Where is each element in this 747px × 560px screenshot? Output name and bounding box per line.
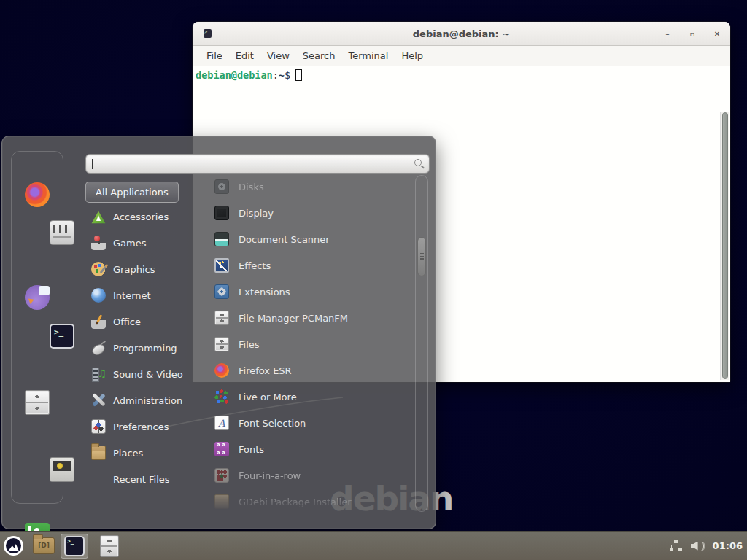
- prompt-symbol: $: [285, 69, 290, 81]
- menubar-item-search[interactable]: Search: [296, 50, 342, 61]
- control-center-icon[interactable]: [50, 220, 74, 245]
- terminal-window-icon: [204, 29, 212, 38]
- category-label: Preferences: [113, 421, 169, 432]
- all-applications-button[interactable]: All Applications: [85, 182, 179, 203]
- application-list: DisksDisplayDocument ScannerEffectsExten…: [204, 174, 412, 515]
- category-item-places[interactable]: Places: [85, 440, 204, 466]
- category-item-games[interactable]: Games: [85, 230, 204, 256]
- category-label: Accessories: [113, 211, 169, 222]
- menu-scrollbar-thumb[interactable]: [417, 237, 426, 276]
- app-item-document-scanner[interactable]: Document Scanner: [204, 226, 412, 252]
- category-item-accessories[interactable]: Accessories: [85, 203, 204, 230]
- prompt-colon: :: [273, 69, 279, 81]
- app-item-gdebi-package-installer[interactable]: GDebi Package Installer: [204, 489, 412, 515]
- category-label: Graphics: [113, 264, 155, 275]
- app-label: Firefox ESR: [239, 365, 292, 376]
- taskbar: 01:06: [0, 531, 747, 560]
- maximize-button[interactable]: ▫: [688, 31, 697, 38]
- menu-search-input[interactable]: [85, 154, 430, 174]
- volume-icon[interactable]: [691, 540, 704, 552]
- category-item-internet[interactable]: Internet: [85, 282, 204, 308]
- places-icon: [91, 446, 106, 460]
- office-icon: [91, 314, 106, 329]
- terminal-scrollbar-thumb[interactable]: [722, 112, 728, 379]
- category-item-programming[interactable]: Programming: [85, 335, 204, 361]
- file-manager-icon: [214, 311, 229, 325]
- font-selection-icon: [214, 416, 229, 430]
- terminal-scrollbar[interactable]: [720, 112, 729, 380]
- app-label: GDebi Package Installer: [239, 497, 352, 508]
- app-item-firefox-esr[interactable]: Firefox ESR: [204, 357, 412, 384]
- sound-video-icon: [91, 367, 106, 381]
- category-label: Programming: [113, 343, 177, 354]
- file-manager-icon[interactable]: [25, 390, 50, 415]
- menubar-item-terminal[interactable]: Terminal: [341, 50, 395, 61]
- menubar-item-view[interactable]: View: [260, 50, 296, 61]
- category-list: AccessoriesGamesGraphicsInternetOfficePr…: [85, 203, 204, 492]
- app-item-disks[interactable]: Disks: [204, 174, 412, 200]
- app-item-five-or-more[interactable]: Five or More: [204, 384, 412, 410]
- menubar-item-edit[interactable]: Edit: [229, 50, 260, 61]
- internet-icon: [91, 288, 106, 303]
- extensions-icon: [214, 284, 229, 299]
- gdebi-icon: [214, 494, 229, 509]
- five-or-more-icon: [214, 389, 229, 404]
- app-item-files[interactable]: Files: [204, 331, 412, 357]
- close-button[interactable]: ✕: [713, 31, 721, 38]
- app-label: Extensions: [239, 287, 290, 298]
- terminal-icon[interactable]: [50, 324, 74, 349]
- graphics-icon: [91, 262, 106, 276]
- category-label: Administration: [113, 395, 182, 406]
- category-item-preferences[interactable]: Preferences: [85, 413, 204, 440]
- app-item-effects[interactable]: Effects: [204, 252, 412, 279]
- app-label: Effects: [239, 260, 271, 271]
- menu-button-icon[interactable]: [4, 536, 23, 556]
- app-item-extensions[interactable]: Extensions: [204, 279, 412, 305]
- favorites-panel: [11, 151, 63, 504]
- category-label: Recent Files: [113, 474, 170, 485]
- disks-icon: [214, 179, 229, 194]
- effects-icon: [214, 258, 229, 273]
- display-icon: [214, 206, 229, 220]
- terminal-menubar: FileEditViewSearchTerminalHelp: [193, 46, 730, 66]
- administration-icon: [91, 393, 106, 408]
- firefox-icon: [214, 363, 229, 378]
- lock-screen-icon[interactable]: [50, 457, 74, 482]
- firefox-icon[interactable]: [25, 182, 50, 207]
- category-item-administration[interactable]: Administration: [85, 387, 204, 413]
- programming-icon: [91, 341, 106, 355]
- preferences-icon: [91, 419, 106, 434]
- category-item-sound-video[interactable]: Sound & Video: [85, 361, 204, 387]
- category-label: Internet: [113, 290, 151, 301]
- category-item-office[interactable]: Office: [85, 308, 204, 335]
- app-item-fonts[interactable]: Fonts: [204, 436, 412, 462]
- pidgin-icon[interactable]: [25, 285, 50, 310]
- search-caret: [92, 159, 93, 169]
- files-icon: [214, 337, 229, 351]
- app-label: File Manager PCManFM: [239, 313, 348, 324]
- menubar-item-help[interactable]: Help: [395, 50, 430, 61]
- category-item-graphics[interactable]: Graphics: [85, 256, 204, 282]
- category-icon-spacer: [91, 472, 106, 486]
- files-taskbar-item[interactable]: [100, 535, 119, 557]
- app-item-four-in-a-row[interactable]: Four-in-a-row: [204, 462, 412, 489]
- prompt-path: ~: [279, 69, 285, 81]
- app-item-font-selection[interactable]: Font Selection: [204, 410, 412, 436]
- app-item-display[interactable]: Display: [204, 200, 412, 226]
- desktop-folder-icon[interactable]: [33, 537, 55, 554]
- terminal-icon: [64, 536, 85, 556]
- terminal-titlebar[interactable]: debian@debian: ~ –▫✕: [193, 22, 730, 46]
- menubar-item-file[interactable]: File: [200, 50, 229, 61]
- category-item-recent-files[interactable]: Recent Files: [85, 466, 204, 492]
- minimize-button[interactable]: –: [663, 31, 672, 38]
- app-label: Document Scanner: [239, 234, 330, 245]
- terminal-taskbar-item[interactable]: [61, 534, 88, 559]
- menu-scrollbar-track[interactable]: [415, 175, 428, 512]
- terminal-window-title: debian@debian: ~: [193, 28, 730, 39]
- system-tray: 01:06: [670, 532, 743, 560]
- games-icon: [91, 236, 106, 250]
- network-icon[interactable]: [670, 540, 682, 552]
- taskbar-clock[interactable]: 01:06: [713, 540, 743, 551]
- app-item-file-manager-pcmanfm[interactable]: File Manager PCManFM: [204, 305, 412, 331]
- fonts-icon: [214, 442, 229, 456]
